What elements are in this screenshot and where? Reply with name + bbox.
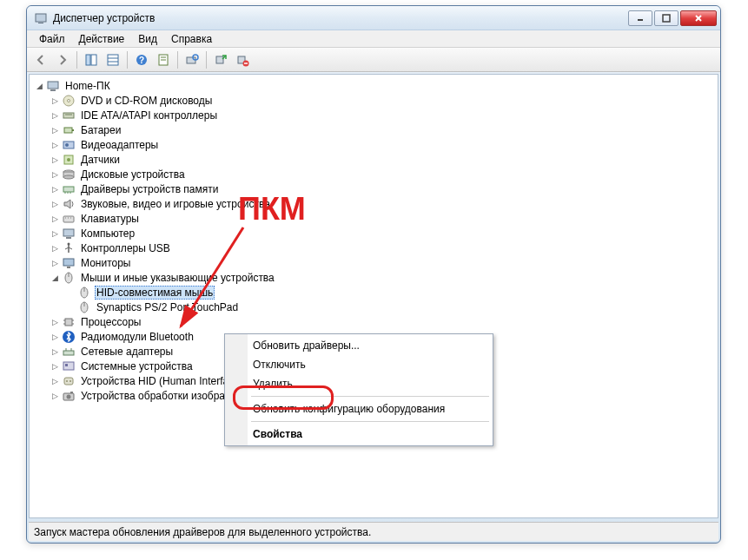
tree-expander[interactable]: ▷ — [50, 317, 60, 326]
cpu-icon — [62, 315, 76, 329]
svg-rect-7 — [91, 55, 96, 65]
tree-category[interactable]: ▷DVD и CD-ROM дисководы — [31, 93, 714, 108]
tree-root[interactable]: ◢Home-ПК — [31, 78, 714, 93]
statusbar: Запуск мастера обновления драйверов для … — [29, 522, 718, 541]
show-hide-tree-button[interactable] — [81, 49, 102, 70]
svg-rect-59 — [65, 319, 72, 326]
svg-rect-69 — [65, 364, 68, 366]
tree-expander[interactable]: ▷ — [50, 346, 60, 356]
tree-expander[interactable]: ▷ — [50, 110, 60, 120]
toolbar-separator — [127, 51, 128, 69]
status-text: Запуск мастера обновления драйверов для … — [34, 526, 371, 538]
computer-icon — [46, 79, 60, 93]
svg-rect-41 — [63, 216, 74, 222]
tree-expander[interactable]: ▷ — [50, 169, 60, 179]
svg-rect-16 — [187, 57, 195, 63]
menu-help[interactable]: Справка — [164, 31, 219, 47]
help-button[interactable]: ? — [131, 49, 152, 70]
ctx-separator — [251, 421, 489, 422]
tree-category[interactable]: ▷Драйверы устройств памяти — [31, 181, 714, 196]
view-mode-button[interactable] — [103, 49, 123, 70]
minimize-button[interactable] — [628, 10, 652, 26]
tree-expander[interactable]: ▷ — [50, 184, 60, 194]
tree-category[interactable]: ▷Дисковые устройства — [31, 167, 714, 181]
ctx-update-config[interactable]: Обновить конфигурацию оборудования — [227, 399, 491, 418]
tree-expander[interactable]: ▷ — [50, 214, 60, 223]
tree-item-label: HID-совместимая мышь — [95, 286, 215, 300]
svg-rect-45 — [63, 229, 74, 236]
tree-category[interactable]: ▷Компьютер — [31, 226, 714, 240]
tree-expander[interactable]: ▷ — [50, 199, 60, 208]
tree-expander[interactable]: ▷ — [50, 391, 60, 400]
svg-text:?: ? — [139, 56, 144, 65]
tree-expander[interactable]: ▷ — [50, 125, 60, 135]
tree-expander[interactable]: ▷ — [50, 96, 60, 105]
ctx-delete[interactable]: Удалить — [227, 374, 491, 393]
close-button[interactable] — [680, 10, 717, 26]
tree-category[interactable]: ◢Мыши и иные указывающие устройства — [31, 270, 714, 285]
tree-expander[interactable]: ◢ — [50, 273, 60, 282]
svg-point-72 — [70, 380, 71, 382]
tree-category[interactable]: ▷Процессоры — [31, 314, 714, 329]
tree-category[interactable]: ▷Контроллеры USB — [31, 240, 714, 255]
menu-file[interactable]: Файл — [32, 31, 72, 47]
tree-expander[interactable]: ▷ — [50, 155, 60, 164]
nav-back-button[interactable] — [30, 49, 51, 70]
svg-point-31 — [65, 143, 69, 147]
tree-category[interactable]: ▷Батареи — [31, 122, 714, 137]
ctx-separator — [251, 396, 489, 397]
nav-forward-button[interactable] — [52, 49, 73, 70]
tree-category[interactable]: ▷Клавиатуры — [31, 211, 714, 226]
menu-view[interactable]: Вид — [131, 31, 164, 47]
ctx-properties[interactable]: Свойства — [227, 425, 491, 444]
tree-category[interactable]: ▷IDE ATA/ATAPI контроллеры — [31, 108, 714, 122]
properties-button[interactable] — [153, 49, 174, 70]
usb-icon — [62, 241, 76, 255]
ctx-update-drivers[interactable]: Обновить драйверы... — [227, 336, 491, 355]
app-icon — [34, 11, 48, 25]
scan-hardware-button[interactable] — [182, 49, 202, 70]
uninstall-button[interactable] — [232, 49, 253, 70]
ctx-disable[interactable]: Отключить — [227, 355, 491, 374]
update-driver-button[interactable] — [210, 49, 231, 70]
tree-expander[interactable]: ▷ — [50, 376, 60, 385]
tree-expander[interactable]: ▷ — [50, 243, 60, 253]
sound-icon — [62, 197, 76, 211]
tree-category[interactable]: ▷Мониторы — [31, 255, 714, 270]
device-tree-panel[interactable]: ◢Home-ПК▷DVD и CD-ROM дисководы▷IDE ATA/… — [29, 74, 718, 518]
svg-rect-65 — [63, 351, 74, 355]
tree-category[interactable]: ▷Датчики — [31, 152, 714, 167]
svg-rect-22 — [48, 82, 58, 89]
video-icon — [62, 138, 76, 152]
svg-point-71 — [66, 380, 68, 382]
titlebar[interactable]: Диспетчер устройств — [27, 6, 720, 30]
svg-rect-37 — [63, 187, 74, 192]
tree-expander[interactable]: ▷ — [50, 258, 60, 267]
menubar: Файл Действие Вид Справка — [27, 30, 720, 48]
tree-item-label: Synaptics PS/2 Port TouchPad — [95, 301, 240, 313]
svg-rect-28 — [64, 128, 72, 133]
tree-item-label: Системные устройства — [79, 360, 195, 372]
maximize-button[interactable] — [654, 10, 678, 26]
tree-expander[interactable]: ▷ — [50, 140, 60, 149]
tree-item-label: Датчики — [79, 154, 122, 166]
tree-category[interactable]: ▷Видеоадаптеры — [31, 137, 714, 152]
battery-icon — [62, 123, 76, 137]
svg-rect-18 — [216, 56, 223, 63]
tree-device[interactable]: HID-совместимая мышь — [31, 285, 714, 300]
disk-icon — [62, 168, 76, 181]
tree-expander[interactable]: ▷ — [50, 361, 60, 371]
tree-item-label: Мыши и иные указывающие устройства — [79, 272, 276, 284]
tree-expander[interactable]: ▷ — [50, 228, 60, 238]
tree-category[interactable]: ▷Звуковые, видео и игровые устройства — [31, 196, 714, 211]
svg-rect-0 — [36, 14, 46, 22]
tree-expander[interactable]: ◢ — [35, 81, 44, 90]
tree-device[interactable]: Synaptics PS/2 Port TouchPad — [31, 300, 714, 314]
tree-expander[interactable]: ▷ — [50, 332, 60, 341]
tree-item-label: Звуковые, видео и игровые устройства — [79, 198, 272, 210]
svg-rect-51 — [63, 259, 74, 266]
menu-action[interactable]: Действие — [72, 31, 132, 47]
svg-rect-68 — [63, 362, 74, 370]
svg-point-36 — [63, 175, 74, 179]
svg-rect-75 — [70, 392, 73, 393]
